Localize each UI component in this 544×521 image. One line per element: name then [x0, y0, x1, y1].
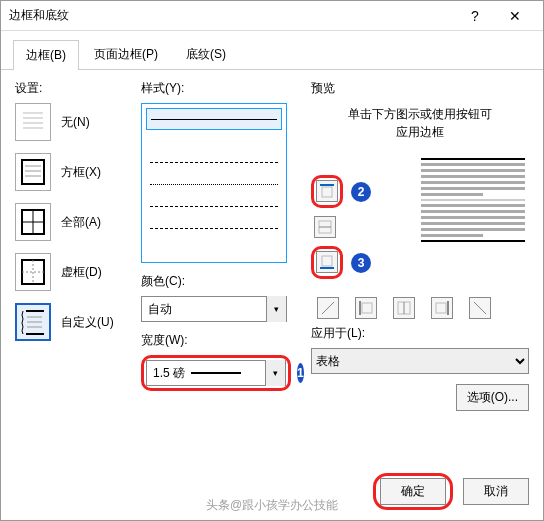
preview-hint: 单击下方图示或使用按钮可应用边框	[348, 105, 492, 141]
preview-label: 预览	[311, 80, 529, 97]
style-label: 样式(Y):	[141, 80, 301, 97]
border-top-highlight	[311, 175, 343, 208]
help-button[interactable]: ?	[455, 2, 495, 30]
close-button[interactable]: ✕	[495, 2, 535, 30]
tab-borders[interactable]: 边框(B)	[13, 40, 79, 70]
setting-box[interactable]: 方框(X)	[15, 153, 141, 191]
chevron-down-icon[interactable]: ▾	[266, 296, 286, 322]
svg-rect-23	[322, 256, 332, 266]
border-hmid-button[interactable]	[314, 216, 336, 238]
border-top-button[interactable]	[316, 180, 338, 202]
tab-page-border[interactable]: 页面边框(P)	[81, 39, 171, 69]
border-bottom-button[interactable]	[316, 251, 338, 273]
badge-3: 3	[351, 253, 371, 273]
style-list[interactable]	[141, 103, 287, 263]
width-combo[interactable]: 1.5 磅 ▾	[146, 360, 286, 386]
svg-rect-27	[362, 303, 372, 313]
ok-highlight: 确定	[373, 473, 453, 510]
ok-button[interactable]: 确定	[380, 478, 446, 505]
apply-select[interactable]: 表格	[311, 348, 529, 374]
options-button[interactable]: 选项(O)...	[456, 384, 529, 411]
apply-label: 应用于(L):	[311, 325, 529, 342]
chevron-down-icon[interactable]: ▾	[265, 360, 285, 386]
border-bottom-highlight	[311, 246, 343, 279]
border-diag1-button[interactable]	[317, 297, 339, 319]
setting-custom[interactable]: 自定义(U)	[15, 303, 141, 341]
box-icon	[15, 153, 51, 191]
badge-2: 2	[351, 182, 371, 202]
svg-rect-20	[322, 187, 332, 197]
svg-line-25	[322, 302, 334, 314]
width-label: 宽度(W):	[141, 332, 301, 349]
border-right-button[interactable]	[431, 297, 453, 319]
none-icon	[15, 103, 51, 141]
tab-bar: 边框(B) 页面边框(P) 底纹(S)	[1, 31, 543, 70]
preview-area: 2 3	[311, 149, 529, 319]
svg-line-32	[474, 302, 486, 314]
all-icon	[15, 203, 51, 241]
color-combo[interactable]: 自动 ▾	[141, 296, 287, 322]
setting-grid[interactable]: 虚框(D)	[15, 253, 141, 291]
border-diag2-button[interactable]	[469, 297, 491, 319]
svg-rect-30	[436, 303, 446, 313]
preview-diagram[interactable]	[421, 155, 525, 245]
border-vmid-button[interactable]	[393, 297, 415, 319]
setting-all[interactable]: 全部(A)	[15, 203, 141, 241]
setting-label: 设置:	[15, 80, 141, 97]
svg-rect-4	[22, 160, 44, 184]
width-highlight: 1.5 磅 ▾	[141, 355, 291, 391]
dialog-title: 边框和底纹	[9, 7, 455, 24]
grid-icon	[15, 253, 51, 291]
setting-none[interactable]: 无(N)	[15, 103, 141, 141]
cancel-button[interactable]: 取消	[463, 478, 529, 505]
tab-shading[interactable]: 底纹(S)	[173, 39, 239, 69]
custom-icon	[15, 303, 51, 341]
border-left-button[interactable]	[355, 297, 377, 319]
color-label: 颜色(C):	[141, 273, 301, 290]
